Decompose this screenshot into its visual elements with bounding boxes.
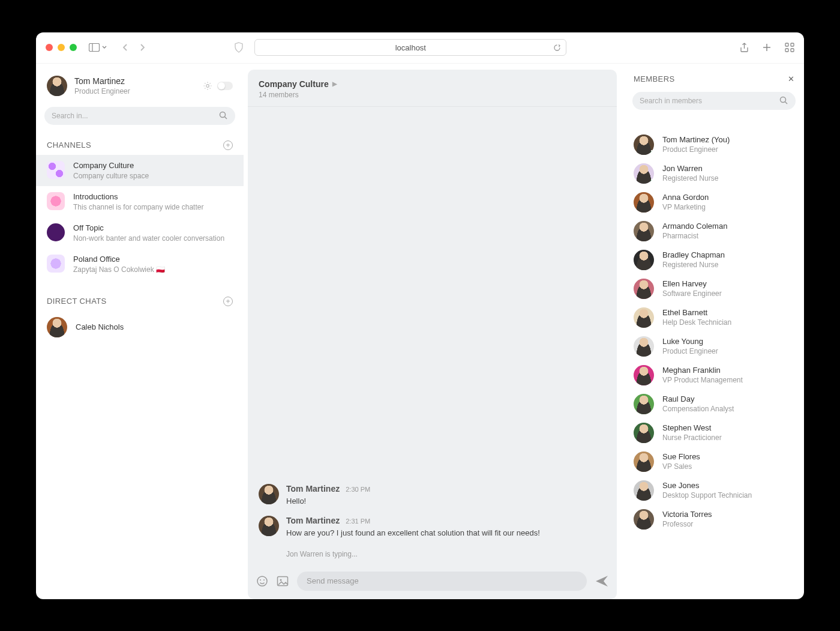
- member-avatar: [634, 250, 654, 270]
- app-root: Tom Martinez Product Engineer CHANNELS +: [36, 64, 804, 599]
- channels-label: CHANNELS: [47, 140, 91, 149]
- forward-button[interactable]: [139, 43, 145, 52]
- member-item[interactable]: Armando Coleman Pharmacist: [632, 217, 796, 246]
- member-item[interactable]: Victoria Torres Professor: [632, 505, 796, 534]
- attach-image-button[interactable]: [277, 576, 289, 587]
- member-role: Registered Nurse: [662, 261, 725, 269]
- member-avatar: [634, 394, 654, 414]
- share-button[interactable]: [740, 43, 749, 53]
- member-item[interactable]: Sue Jones Desktop Support Technician: [632, 476, 796, 505]
- svg-point-7: [220, 112, 226, 118]
- nav-arrows: [122, 43, 145, 52]
- member-item[interactable]: Jon Warren Registered Nurse: [632, 159, 796, 188]
- member-item[interactable]: Ellen Harvey Software Engineer: [632, 274, 796, 303]
- member-name: Raul Day: [662, 394, 734, 403]
- channel-item[interactable]: Poland Office Zapytaj Nas O Cokolwiek 🇵🇱: [36, 249, 244, 280]
- composer-input-wrap[interactable]: [297, 572, 587, 591]
- maximize-window-button[interactable]: [70, 44, 77, 51]
- message-time: 2:30 PM: [346, 486, 370, 493]
- member-role: Product Engineer: [662, 347, 718, 355]
- member-name: Meghan Franklin: [662, 366, 743, 375]
- member-avatar: [634, 221, 654, 241]
- add-dm-button[interactable]: +: [223, 297, 233, 306]
- member-avatar: [634, 192, 654, 213]
- messages-list: Tom Martinez 2:30 PM Hello! Tom Martinez…: [248, 107, 617, 566]
- refresh-button[interactable]: [553, 44, 561, 52]
- member-item[interactable]: Sue Flores VP Sales: [632, 447, 796, 476]
- member-item[interactable]: Bradley Chapman Registered Nurse: [632, 246, 796, 274]
- chevron-down-icon: [102, 45, 107, 50]
- status-toggle[interactable]: [217, 82, 233, 90]
- members-search[interactable]: [632, 92, 796, 110]
- presence-indicator: [649, 179, 654, 184]
- sidebar-toggle-button[interactable]: [89, 43, 107, 52]
- member-avatar: [634, 451, 654, 472]
- channel-desc: Company culture space: [73, 172, 149, 180]
- privacy-shield-icon[interactable]: [234, 42, 244, 53]
- message-author: Tom Martinez: [286, 484, 340, 494]
- sidebar: Tom Martinez Product Engineer CHANNELS +: [36, 64, 244, 599]
- dm-avatar: [47, 317, 67, 337]
- back-button[interactable]: [122, 43, 128, 52]
- svg-point-9: [257, 576, 267, 586]
- close-window-button[interactable]: [46, 44, 53, 51]
- member-avatar: [634, 365, 654, 385]
- member-item[interactable]: Luke Young Product Engineer: [632, 332, 796, 361]
- message-input[interactable]: [307, 576, 577, 585]
- member-item[interactable]: Anna Gordon VP Marketing: [632, 188, 796, 217]
- new-tab-button[interactable]: [762, 43, 772, 52]
- user-role: Product Engineer: [74, 87, 130, 95]
- member-name: Luke Young: [662, 337, 718, 346]
- user-avatar[interactable]: [47, 76, 67, 96]
- svg-line-15: [785, 102, 788, 104]
- member-avatar: [634, 423, 654, 443]
- sidebar-search[interactable]: [44, 107, 235, 125]
- emoji-button[interactable]: [256, 575, 268, 587]
- members-title: MEMBERS: [634, 74, 675, 83]
- search-icon: [219, 111, 228, 120]
- presence-indicator: [649, 150, 654, 155]
- member-role: Professor: [662, 520, 712, 528]
- gear-icon[interactable]: [203, 81, 212, 91]
- channel-item[interactable]: Introductions This channel is for compan…: [36, 186, 244, 217]
- channel-icon: [47, 255, 65, 273]
- browser-chrome: localhost: [36, 32, 804, 64]
- svg-point-13: [280, 579, 282, 581]
- add-channel-button[interactable]: +: [223, 140, 233, 150]
- member-role: VP Marketing: [662, 203, 709, 211]
- minimize-window-button[interactable]: [58, 44, 65, 51]
- member-item[interactable]: Tom Martinez (You) Product Engineer: [632, 130, 796, 159]
- close-members-button[interactable]: ✕: [788, 74, 794, 83]
- channels-list: Company Culture Company culture space In…: [36, 155, 244, 280]
- send-button[interactable]: [595, 575, 608, 587]
- channels-header: CHANNELS +: [36, 134, 244, 155]
- svg-point-14: [781, 97, 786, 103]
- member-avatar: [634, 509, 654, 530]
- member-role: Help Desk Technician: [662, 318, 731, 327]
- member-item[interactable]: Ethel Barnett Help Desk Technician: [632, 303, 796, 332]
- chevron-right-icon: ▶: [332, 80, 337, 87]
- channel-item[interactable]: Off Topic Non-work banter and water cool…: [36, 217, 244, 249]
- members-search-input[interactable]: [640, 97, 779, 105]
- channel-item[interactable]: Company Culture Company culture space: [36, 155, 244, 186]
- url-bar[interactable]: localhost: [254, 39, 566, 56]
- traffic-lights: [46, 44, 77, 51]
- message-avatar: [259, 484, 279, 504]
- members-panel: MEMBERS ✕ Tom Martinez (You) Product Eng…: [624, 64, 804, 599]
- member-name: Sue Jones: [662, 481, 752, 490]
- main-column: Company Culture ▶ 14 members Tom Martine…: [244, 64, 624, 599]
- member-avatar: [634, 134, 654, 155]
- sidebar-search-input[interactable]: [52, 112, 214, 120]
- svg-line-8: [225, 117, 227, 119]
- channel-desc: Non-work banter and water cooler convers…: [73, 234, 224, 243]
- dm-item[interactable]: Caleb Nichols: [36, 311, 244, 343]
- channel-title-row[interactable]: Company Culture ▶: [259, 79, 606, 89]
- member-item[interactable]: Stephen West Nurse Practicioner: [632, 418, 796, 447]
- tab-overview-button[interactable]: [785, 43, 794, 52]
- member-avatar: [634, 163, 654, 184]
- member-role: Desktop Support Technician: [662, 491, 752, 500]
- channel-header: Company Culture ▶ 14 members: [248, 70, 617, 107]
- member-item[interactable]: Raul Day Compensation Analyst: [632, 390, 796, 418]
- member-item[interactable]: Meghan Franklin VP Product Management: [632, 361, 796, 390]
- member-role: Pharmacist: [662, 232, 727, 240]
